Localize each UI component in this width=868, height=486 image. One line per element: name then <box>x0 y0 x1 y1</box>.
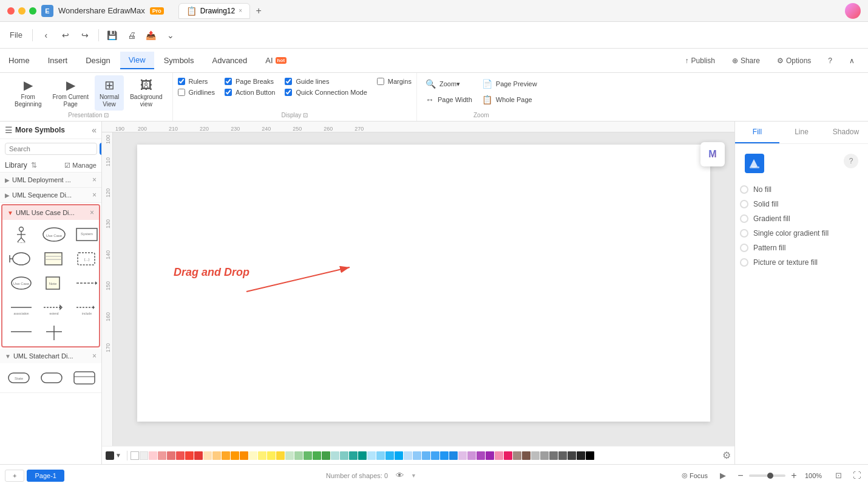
new-tab-button[interactable]: + <box>253 5 265 17</box>
menu-design[interactable]: Design <box>77 52 118 69</box>
page-width-button[interactable]: ↔ Page Width <box>422 94 476 106</box>
color-swatch[interactable] <box>222 451 230 460</box>
color-swatch[interactable] <box>558 451 567 460</box>
picture-fill-option[interactable]: Picture or texture fill <box>740 258 863 267</box>
color-swatch[interactable] <box>376 451 385 460</box>
page-1-tab[interactable]: Page-1 <box>27 470 64 482</box>
color-swatch[interactable] <box>449 451 458 460</box>
picture-fill-radio[interactable] <box>740 258 748 267</box>
menu-home[interactable]: Home <box>0 52 38 69</box>
pattern-fill-radio[interactable] <box>740 244 748 252</box>
close-section-icon-4[interactable]: × <box>92 352 97 360</box>
redo-button[interactable]: ↪ <box>76 27 93 44</box>
fill-tab[interactable]: Fill <box>735 122 779 143</box>
color-swatch[interactable] <box>540 451 549 460</box>
shape-line[interactable] <box>6 321 36 343</box>
color-swatch[interactable] <box>358 451 367 460</box>
user-avatar[interactable] <box>845 3 861 19</box>
shape-include[interactable]: include <box>72 296 101 318</box>
collapse-button[interactable]: ∧ <box>843 54 861 67</box>
menu-advanced[interactable]: Advanced <box>203 52 256 69</box>
palette-settings-button[interactable]: ⚙ <box>722 450 731 461</box>
from-current-page-button[interactable]: ▶ From CurrentPage <box>47 75 93 111</box>
line-tab[interactable]: Line <box>779 122 824 143</box>
color-swatch[interactable] <box>586 451 594 460</box>
color-swatch[interactable] <box>349 451 358 460</box>
play-pause-button[interactable]: ▶ <box>716 469 730 482</box>
color-swatch[interactable] <box>422 451 430 460</box>
palette-dropdown-icon[interactable]: ▼ <box>115 452 121 459</box>
shape-package[interactable]: Use Case <box>6 272 36 294</box>
zoom-button[interactable]: 🔍 Zoom▾ <box>422 78 476 90</box>
color-swatch[interactable] <box>158 451 166 460</box>
color-swatch[interactable] <box>577 451 585 460</box>
color-swatch[interactable] <box>385 451 394 460</box>
options-button[interactable]: ⚙ Options <box>771 54 817 67</box>
back-button[interactable]: ‹ <box>38 27 55 44</box>
color-swatch[interactable] <box>231 451 239 460</box>
shape-constraint[interactable]: {...} <box>72 248 101 270</box>
color-swatch-gray[interactable] <box>140 451 148 460</box>
background-view-button[interactable]: 🖼 Backgroundview <box>125 76 167 111</box>
color-swatch[interactable] <box>522 451 531 460</box>
shape-usecase[interactable]: Use Case <box>39 224 69 245</box>
help-circle[interactable]: ? <box>844 154 858 168</box>
page-breaks-checkbox[interactable]: Page Breaks <box>225 78 275 85</box>
menu-symbols[interactable]: Symbols <box>155 52 203 69</box>
shape-system[interactable]: System <box>72 224 101 245</box>
from-beginning-button[interactable]: ▶ FromBeginning <box>10 75 46 111</box>
shape-state-1[interactable]: State <box>4 367 34 389</box>
color-swatch[interactable] <box>267 451 276 460</box>
fit-page-button[interactable]: ⊡ <box>832 469 845 482</box>
gradient-fill-radio[interactable] <box>740 214 748 223</box>
whole-page-button[interactable]: 📋 Whole Page <box>478 94 541 106</box>
drawing-tab[interactable]: 📋 Drawing12 × <box>178 3 250 19</box>
color-swatch[interactable] <box>194 451 203 460</box>
pattern-fill-option[interactable]: Pattern fill <box>740 244 863 252</box>
color-swatch[interactable] <box>549 451 558 460</box>
panel-collapse-icon[interactable]: « <box>92 125 97 135</box>
color-swatch[interactable] <box>185 451 194 460</box>
zoom-in-button[interactable]: + <box>788 470 800 482</box>
color-swatch[interactable] <box>285 451 294 460</box>
menu-view[interactable]: View <box>120 52 154 69</box>
shape-extend[interactable]: extend <box>39 296 69 318</box>
corner-logo-button[interactable]: M <box>700 142 725 166</box>
uml-deployment-header[interactable]: ▶ UML Deployment ... × <box>0 173 101 187</box>
color-swatch[interactable] <box>486 451 494 460</box>
shape-t-shape[interactable] <box>39 321 69 343</box>
share-button[interactable]: ⊕ Share <box>726 54 766 67</box>
color-swatch[interactable] <box>440 451 449 460</box>
presentation-expand-icon[interactable]: ⊡ <box>104 112 109 118</box>
eye-button[interactable]: 👁 <box>393 469 406 482</box>
color-swatch[interactable] <box>258 451 266 460</box>
print-button[interactable]: 🖨 <box>123 27 140 44</box>
color-swatch[interactable] <box>322 451 330 460</box>
color-swatch[interactable] <box>458 451 467 460</box>
focus-button[interactable]: ◎ Focus <box>678 470 711 481</box>
manage-button[interactable]: ☑ Manage <box>64 162 97 169</box>
rulers-checkbox[interactable]: Rulers <box>178 78 215 85</box>
file-menu[interactable]: File <box>5 28 27 42</box>
shape-state-2[interactable] <box>36 367 67 389</box>
color-swatch[interactable] <box>504 451 512 460</box>
more-button[interactable]: ⌄ <box>162 27 179 44</box>
solid-fill-radio[interactable] <box>740 200 748 208</box>
color-swatch[interactable] <box>276 451 285 460</box>
shape-dashed-line[interactable] <box>72 272 101 294</box>
color-swatch[interactable] <box>476 451 485 460</box>
action-button-checkbox[interactable]: Action Button <box>225 89 275 96</box>
display-expand-icon[interactable]: ⊡ <box>303 112 308 118</box>
color-swatch[interactable] <box>294 451 303 460</box>
solid-fill-option[interactable]: Solid fill <box>740 200 863 208</box>
color-swatch[interactable] <box>176 451 185 460</box>
export-button[interactable]: 📤 <box>143 27 160 44</box>
zoom-slider[interactable] <box>749 474 785 477</box>
color-swatch[interactable] <box>431 451 439 460</box>
uml-use-case-header[interactable]: ▼ UML Use Case Di... × <box>2 205 99 220</box>
close-section-icon[interactable]: × <box>92 176 97 184</box>
page-preview-button[interactable]: 📄 Page Preview <box>478 78 541 90</box>
color-swatch[interactable] <box>167 451 175 460</box>
no-fill-swatch[interactable] <box>131 451 139 460</box>
shape-note[interactable] <box>39 248 69 270</box>
